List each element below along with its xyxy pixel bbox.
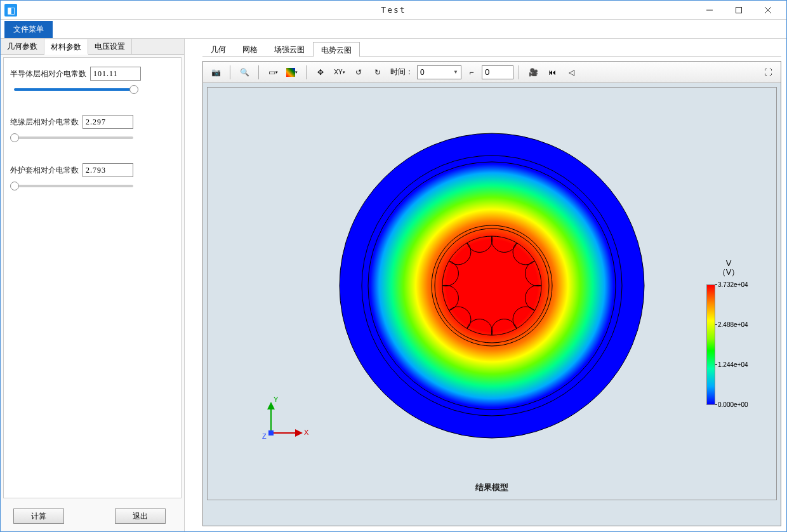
play-back-button[interactable]: ◁ [562,64,580,81]
step-button[interactable]: ⌐ [463,64,480,81]
time-select[interactable]: 0 ▼ [417,65,461,79]
input-insulation-eps[interactable] [83,115,133,129]
maximize-button[interactable] [724,1,753,19]
camera-icon: 📷 [211,68,221,77]
slider-semiconductor-eps[interactable] [10,84,137,96]
titlebar: Test [1,1,786,20]
axis-triad: Y X Z [258,392,315,449]
tick-midlow: 1.244e+04 [718,361,748,368]
skip-start-icon: ⏮ [548,68,556,77]
time-select-value: 0 [420,68,425,77]
label-insulation-eps: 绝缘层相对介电常数 [10,117,79,128]
screenshot-button[interactable]: 📷 [207,64,225,81]
svg-text:Y: Y [274,396,279,403]
minimize-icon [706,6,713,14]
tab-material-params[interactable]: 材料参数 [44,39,88,55]
input-semiconductor-eps[interactable] [90,67,141,81]
axis-toggle-button[interactable]: XY▾ [331,64,348,81]
left-panel: 几何参数 材料参数 电压设置 半导体层相对介电常数 [1,39,185,531]
svg-text:X: X [304,429,309,436]
params-panel: 半导体层相对介电常数 绝缘层相对介电常数 [3,57,182,498]
left-tab-strip: 几何参数 材料参数 电压设置 [1,39,184,55]
app-window: Test 文件菜单 几何参数 材料参数 电压设置 [0,0,787,532]
time-input[interactable] [482,65,513,79]
chevron-down-icon: ▼ [453,69,458,75]
label-semiconductor-eps: 半导体层相对介电常数 [10,69,86,79]
rotate-ccw-button[interactable]: ↺ [350,64,367,81]
axes-icon: XY [334,69,342,76]
app-icon [4,4,17,17]
colorbar-title1: V [726,258,732,268]
rotate-cw-icon: ↻ [374,68,381,77]
tab-geometry[interactable]: 几何 [202,41,234,57]
cube-outline-icon: ▭ [268,68,275,77]
plot-title: 结果模型 [475,482,508,493]
close-button[interactable] [753,1,783,19]
maximize-icon [735,6,743,14]
viz-container: 📷 🔍 ▭▾ ▾ ✥ XY▾ ↺ ↻ 时间： 0 ▼ ⌐ [202,61,781,526]
tick-max: 3.732e+04 [718,281,748,288]
svg-rect-1 [736,7,742,13]
tab-geometry-params[interactable]: 几何参数 [1,39,44,54]
slider-jacket-eps[interactable] [10,181,137,192]
plot-area: Y X Z V （V） [207,87,777,500]
plot-canvas[interactable]: Y X Z V （V） [203,83,781,526]
step-icon: ⌐ [469,68,473,77]
record-button[interactable]: 🎥 [524,64,542,81]
exit-button[interactable]: 退出 [115,509,166,524]
label-jacket-eps: 外护套相对介电常数 [10,165,79,176]
tick-midhigh: 2.488e+04 [718,321,748,328]
tab-field-contour[interactable]: 场强云图 [266,41,313,57]
play-back-icon: ◁ [569,68,574,77]
colorbar: V （V） 3.732e+04 2.488e+04 1.244e+04 0.00… [706,284,751,443]
tab-voltage-settings[interactable]: 电压设置 [88,39,132,54]
param-block-jacket: 外护套相对介电常数 [10,163,175,192]
move-icon: ✥ [317,68,324,77]
param-block-semiconductor: 半导体层相对介电常数 [10,67,175,96]
pan-button[interactable]: ✥ [312,64,329,81]
file-menu[interactable]: 文件菜单 [4,21,53,38]
window-title: Test [381,5,406,15]
right-tab-strip: 几何 网格 场强云图 电势云图 [202,41,781,57]
colormap-button[interactable]: ▾ [283,64,301,81]
close-icon [764,6,772,14]
menubar: 文件菜单 [1,20,786,39]
tab-mesh[interactable]: 网格 [234,41,266,57]
rotate-ccw-icon: ↺ [355,68,362,77]
tick-min: 0.000e+00 [718,401,748,408]
zoom-button[interactable]: 🔍 [235,64,253,81]
svg-rect-14 [268,430,274,436]
viz-toolbar: 📷 🔍 ▭▾ ▾ ✥ XY▾ ↺ ↻ 时间： 0 ▼ ⌐ [203,62,781,83]
input-jacket-eps[interactable] [83,163,133,177]
right-panel: 几何 网格 场强云图 电势云图 📷 🔍 ▭▾ ▾ ✥ XY▾ ↺ ↻ [185,39,786,531]
slider-insulation-eps[interactable] [10,133,137,144]
fullscreen-button[interactable]: ⛶ [759,64,777,81]
render-options-button[interactable]: ▭▾ [264,64,282,81]
expand-icon: ⛶ [764,68,772,77]
contour-plot [327,121,657,451]
minimize-button[interactable] [695,1,724,19]
param-block-insulation: 绝缘层相对介电常数 [10,115,175,144]
video-icon: 🎥 [529,68,538,77]
magnifier-icon: 🔍 [240,68,249,77]
svg-text:Z: Z [262,432,267,440]
colorbar-title2: （V） [718,267,740,277]
skip-start-button[interactable]: ⏮ [543,64,561,81]
colormap-icon [286,68,295,77]
svg-point-4 [340,133,644,438]
time-label: 时间： [390,67,413,77]
tab-potential-contour[interactable]: 电势云图 [313,42,360,57]
rotate-cw-button[interactable]: ↻ [369,64,387,81]
compute-button[interactable]: 计算 [13,509,64,524]
